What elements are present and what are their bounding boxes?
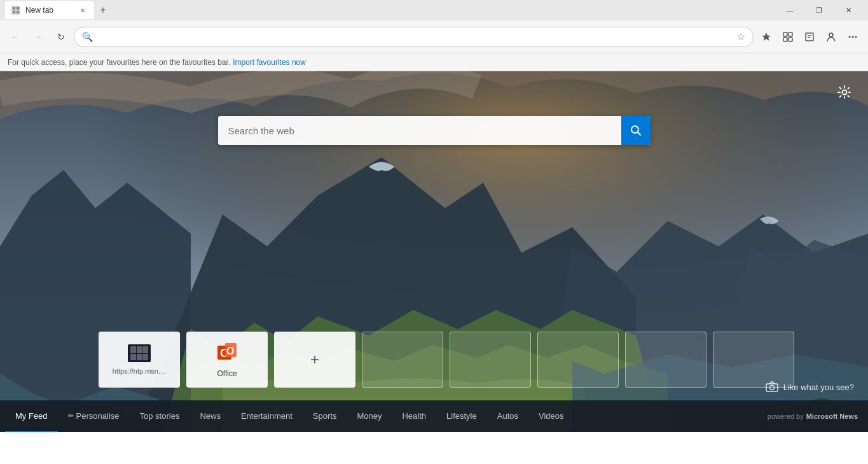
money-label: Money	[357, 411, 382, 421]
svg-point-13	[852, 36, 854, 38]
quick-tiles: https://ntp.msn.... O O Office +	[99, 332, 794, 388]
search-container	[218, 116, 651, 145]
svg-rect-8	[806, 33, 813, 41]
nav-item-news[interactable]: News	[189, 400, 231, 432]
forward-button[interactable]: →	[28, 27, 48, 47]
svg-rect-6	[783, 38, 787, 41]
news-label: News	[200, 411, 221, 421]
profile-button[interactable]	[821, 27, 841, 47]
add-tile-icon: +	[310, 351, 319, 369]
navigation-bar: ← → ↻ 🔍 ☆	[0, 20, 868, 53]
svg-line-19	[637, 132, 640, 136]
empty-tile-4	[625, 332, 706, 388]
microsoft-news-brand: Microsoft News	[806, 412, 858, 420]
powered-by: powered by Microsoft News	[768, 412, 868, 420]
videos-label: Videos	[539, 411, 564, 421]
svg-rect-2	[13, 11, 15, 13]
msn-tile-label: https://ntp.msn....	[113, 367, 166, 375]
address-input[interactable]	[98, 32, 731, 42]
svg-point-14	[855, 36, 857, 38]
toolbar-icons	[756, 27, 863, 47]
svg-rect-5	[789, 32, 792, 36]
svg-text:O: O	[226, 346, 234, 356]
address-bar[interactable]: 🔍 ☆	[74, 27, 754, 47]
refresh-button[interactable]: ↻	[51, 27, 71, 47]
health-label: Health	[402, 411, 426, 421]
tab-close-button[interactable]: ✕	[78, 5, 88, 15]
favourites-bar-text: For quick access, place your favourites …	[8, 58, 230, 67]
autos-label: Autos	[497, 411, 518, 421]
like-section-text: Like what you see?	[783, 383, 854, 392]
new-tab-button[interactable]: +	[94, 1, 112, 19]
import-favourites-link[interactable]: Import favourites now	[233, 58, 306, 67]
svg-point-11	[829, 33, 833, 37]
search-input[interactable]	[228, 125, 621, 136]
pencil-icon: ✏	[68, 412, 74, 420]
favourite-star-icon[interactable]: ☆	[736, 31, 745, 43]
favourites-button[interactable]	[756, 27, 776, 47]
tab-favicon	[11, 6, 20, 15]
sports-label: Sports	[313, 411, 337, 421]
nav-item-my-feed[interactable]: My Feed	[5, 400, 58, 432]
msn-tile-icon	[128, 344, 151, 362]
nav-item-money[interactable]: Money	[347, 400, 392, 432]
tab-label: New tab	[25, 6, 53, 15]
personalise-label: Personalise	[76, 411, 120, 421]
entertainment-label: Entertainment	[241, 411, 293, 421]
powered-by-text: powered by	[768, 412, 804, 420]
tab-area: New tab ✕ +	[5, 1, 768, 19]
svg-point-12	[849, 36, 851, 38]
nav-item-sports[interactable]: Sports	[303, 400, 347, 432]
favourites-bar: For quick access, place your favourites …	[0, 53, 868, 71]
my-feed-label: My Feed	[15, 411, 48, 421]
main-content: https://ntp.msn.... O O Office +	[0, 71, 868, 432]
like-section[interactable]: Like what you see?	[766, 381, 854, 394]
svg-rect-4	[783, 32, 787, 36]
nav-item-entertainment[interactable]: Entertainment	[231, 400, 303, 432]
close-button[interactable]: ✕	[834, 0, 863, 20]
quick-tile-msn[interactable]: https://ntp.msn....	[99, 332, 180, 388]
svg-rect-3	[17, 11, 19, 13]
nav-item-videos[interactable]: Videos	[528, 400, 574, 432]
svg-point-17	[843, 90, 847, 95]
window-controls: — ❐ ✕	[775, 0, 863, 20]
quick-tile-add[interactable]: +	[274, 332, 355, 388]
collections-button[interactable]	[778, 27, 798, 47]
nav-item-personalise[interactable]: ✏ Personalise	[58, 400, 130, 432]
empty-tile-1	[362, 332, 443, 388]
empty-tile-2	[450, 332, 531, 388]
office-tile-icon: O O	[216, 341, 238, 364]
nav-item-health[interactable]: Health	[392, 400, 436, 432]
top-stories-label: Top stories	[140, 411, 180, 421]
maximize-button[interactable]: ❐	[804, 0, 834, 20]
nav-item-lifestyle[interactable]: Lifestyle	[436, 400, 487, 432]
svg-rect-1	[17, 7, 19, 10]
svg-point-25	[769, 386, 774, 390]
more-button[interactable]	[843, 27, 863, 47]
title-bar: New tab ✕ + — ❐ ✕	[0, 0, 868, 20]
minimize-button[interactable]: —	[775, 0, 804, 20]
svg-rect-0	[13, 7, 15, 10]
make-note-button[interactable]	[799, 27, 820, 47]
empty-tile-3	[537, 332, 619, 388]
camera-icon	[766, 381, 778, 394]
nav-item-autos[interactable]: Autos	[487, 400, 528, 432]
empty-tile-5	[713, 332, 794, 388]
quick-tile-office[interactable]: O O Office	[186, 332, 268, 388]
search-icon: 🔍	[82, 32, 93, 42]
search-box	[218, 116, 651, 145]
nav-item-top-stories[interactable]: Top stories	[130, 400, 190, 432]
bottom-navigation: My Feed ✏ Personalise Top stories News E…	[0, 400, 868, 432]
svg-rect-7	[789, 38, 792, 41]
active-tab[interactable]: New tab ✕	[5, 1, 94, 19]
search-button[interactable]	[621, 116, 651, 145]
lifestyle-label: Lifestyle	[446, 411, 477, 421]
office-tile-label: Office	[217, 369, 237, 378]
settings-button[interactable]	[835, 83, 854, 102]
back-button[interactable]: ←	[5, 27, 25, 47]
